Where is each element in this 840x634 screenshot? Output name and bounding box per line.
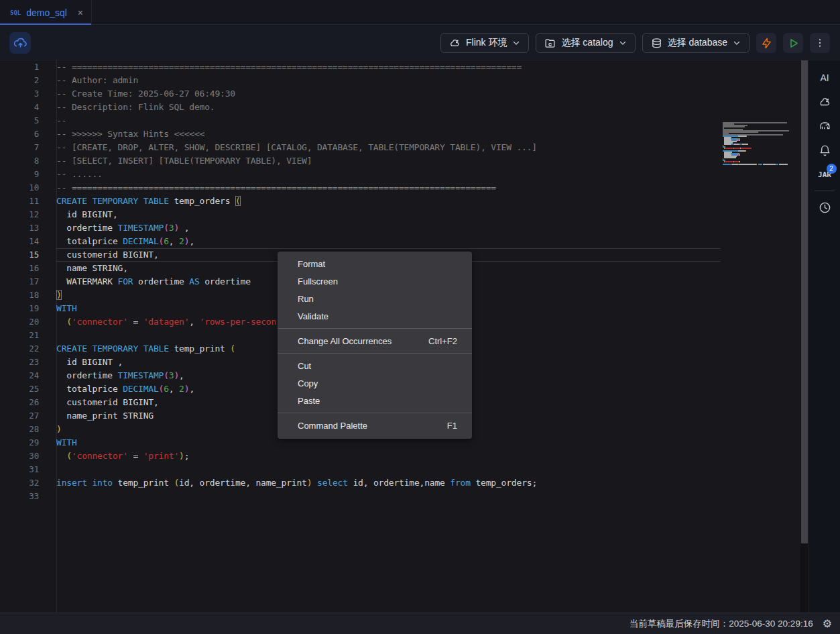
menu-separator <box>278 328 472 329</box>
code-line[interactable]: 9-- ...... <box>0 168 808 181</box>
tab-label: demo_sql <box>26 7 76 18</box>
line-number: 22 <box>0 342 56 356</box>
menu-item-label: Run <box>298 294 314 304</box>
code-line[interactable]: 8-- [SELECT, INSERT] [TABLE(TEMPORARY TA… <box>0 154 808 168</box>
publish-button[interactable] <box>9 32 31 54</box>
code-line[interactable]: 13 ordertime TIMESTAMP(3) , <box>0 221 808 235</box>
catalog-select[interactable]: 选择 catalog <box>536 33 635 53</box>
line-number: 13 <box>0 221 56 235</box>
code-line[interactable]: 12 id BIGINT, <box>0 208 808 221</box>
close-icon[interactable]: × <box>76 7 84 18</box>
code-line[interactable]: 1-- ====================================… <box>0 60 808 74</box>
elephant-icon <box>819 120 831 133</box>
code-line[interactable]: 3-- Create Time: 2025-06-27 06:49:30 <box>0 87 808 101</box>
flink-env-select[interactable]: Flink 环境 <box>440 33 529 53</box>
clock-icon <box>819 201 831 214</box>
code-line[interactable]: 32insert into temp_print (id, ordertime,… <box>0 476 808 490</box>
tab-demo-sql[interactable]: SQL demo_sql × <box>0 0 92 25</box>
code-line[interactable]: 14 totalprice DECIMAL(6, 2), <box>0 235 808 248</box>
code-text: id BIGINT , <box>56 356 123 369</box>
menu-item-label: Command Palette <box>298 421 367 431</box>
gear-icon[interactable]: ⚙ <box>823 617 832 630</box>
last-save-time-label: 当前草稿最后保存时间：2025-06-30 20:29:16 <box>629 618 813 630</box>
code-text: totalprice DECIMAL(6, 2), <box>56 382 194 396</box>
more-options-button[interactable] <box>810 33 830 53</box>
sidebar-item-jar[interactable]: JAR 2 <box>809 162 840 187</box>
line-number: 9 <box>0 168 56 181</box>
quick-run-button[interactable] <box>756 33 776 53</box>
editor-context-menu: FormatFullscreenRunValidateChange All Oc… <box>278 252 472 439</box>
sidebar-item-history[interactable] <box>809 195 840 219</box>
menu-item-validate[interactable]: Validate <box>278 307 472 325</box>
code-line[interactable]: 33 <box>0 490 808 503</box>
code-text: name_print STRING <box>56 409 154 423</box>
line-number: 29 <box>0 436 56 450</box>
minimap[interactable] <box>723 122 798 170</box>
code-text: -- =====================================… <box>56 181 496 195</box>
status-bar: 当前草稿最后保存时间：2025-06-30 20:29:16 ⚙ <box>0 613 840 634</box>
menu-item-label: Fullscreen <box>298 276 338 286</box>
run-button[interactable] <box>783 33 803 53</box>
sidebar-item-notifications[interactable] <box>809 138 840 162</box>
code-text: -- Create Time: 2025-06-27 06:49:30 <box>56 87 235 101</box>
toolbar: Flink 环境 选择 catalog 选择 database <box>0 25 840 60</box>
code-line[interactable]: 10-- ===================================… <box>0 181 808 195</box>
code-text: ) <box>56 423 62 436</box>
sidebar-item-elephant[interactable] <box>809 114 840 138</box>
active-tab-indicator <box>0 23 91 25</box>
line-number: 14 <box>0 235 56 248</box>
menu-item-run[interactable]: Run <box>278 290 472 307</box>
menu-item-fullscreen[interactable]: Fullscreen <box>278 272 472 290</box>
chevron-down-icon <box>619 39 627 47</box>
line-number: 25 <box>0 382 56 396</box>
tab-bar: SQL demo_sql × <box>0 0 840 25</box>
line-number: 3 <box>0 87 56 101</box>
line-number: 33 <box>0 490 56 503</box>
line-number: 11 <box>0 195 56 208</box>
sidebar-item-flink[interactable] <box>809 90 840 114</box>
line-number: 19 <box>0 302 56 315</box>
flink-squirrel-icon <box>449 38 461 49</box>
menu-item-label: Validate <box>298 311 328 321</box>
code-line[interactable]: 11CREATE TEMPORARY TABLE temp_orders ( <box>0 195 808 208</box>
sidebar-divider <box>815 191 835 191</box>
code-text: -- ...... <box>56 168 103 181</box>
code-text: insert into temp_print (id, ordertime, n… <box>56 476 537 490</box>
code-text: -- Description: Flink SQL demo. <box>56 101 215 114</box>
line-number: 32 <box>0 476 56 490</box>
sidebar-item-ai[interactable]: AI <box>809 66 840 90</box>
database-select[interactable]: 选择 database <box>642 33 750 53</box>
menu-item-command-palette[interactable]: Command PaletteF1 <box>278 417 472 434</box>
line-number: 12 <box>0 208 56 221</box>
scrollbar-thumb[interactable] <box>801 60 808 543</box>
line-number: 17 <box>0 275 56 288</box>
line-number: 8 <box>0 154 56 168</box>
database-icon <box>651 38 662 49</box>
line-number: 15 <box>0 248 56 262</box>
code-line[interactable]: 4-- Description: Flink SQL demo. <box>0 101 808 114</box>
code-line[interactable]: 30 ('connector' = 'print'); <box>0 450 808 463</box>
line-number: 27 <box>0 409 56 423</box>
code-text: customerid BIGINT, <box>56 248 159 262</box>
code-line[interactable]: 7-- [CREATE, DROP, ALTER, SHOW, DESCRIBE… <box>0 141 808 154</box>
menu-item-label: Cut <box>298 361 311 371</box>
menu-item-copy[interactable]: Copy <box>278 374 472 392</box>
flink-env-label: Flink 环境 <box>466 37 507 49</box>
code-line[interactable]: 31 <box>0 463 808 476</box>
menu-item-label: Change All Occurrences <box>298 336 392 346</box>
chevron-down-icon <box>733 39 741 47</box>
menu-item-change-all-occurrences[interactable]: Change All OccurrencesCtrl+F2 <box>278 332 472 350</box>
bell-icon <box>819 144 831 157</box>
menu-separator <box>278 413 472 413</box>
menu-item-format[interactable]: Format <box>278 255 472 272</box>
menu-item-cut[interactable]: Cut <box>278 357 472 374</box>
ai-label: AI <box>820 72 829 83</box>
menu-item-paste[interactable]: Paste <box>278 392 472 409</box>
line-number: 1 <box>0 60 56 74</box>
editor-scrollbar[interactable] <box>800 60 808 613</box>
code-line[interactable]: 5-- <box>0 114 808 127</box>
code-text: name STRING, <box>56 262 128 275</box>
cloud-upload-icon <box>14 37 27 50</box>
code-line[interactable]: 6-- >>>>>> Syntax Hints <<<<<< <box>0 127 808 141</box>
code-line[interactable]: 2-- Author: admin <box>0 74 808 87</box>
